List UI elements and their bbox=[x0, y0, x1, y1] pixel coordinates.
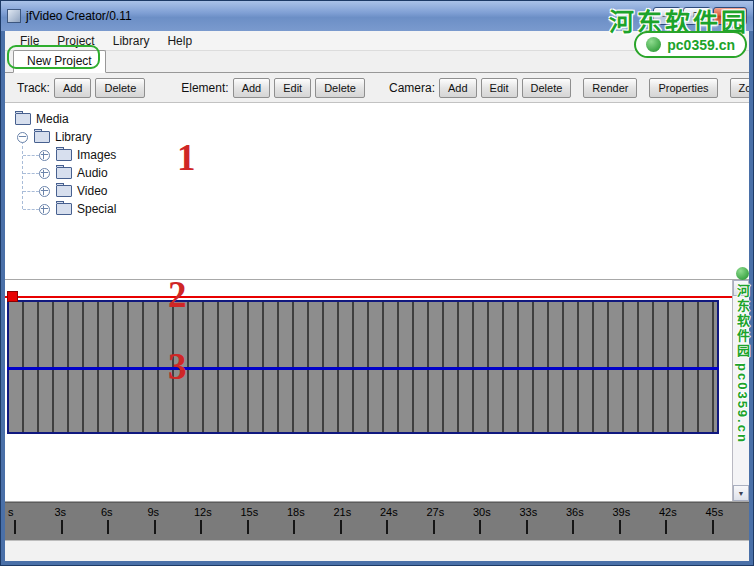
ruler-label: 9s bbox=[148, 506, 160, 518]
ruler-label: 6s bbox=[101, 506, 113, 518]
watermark-side-site: pc0359.cn bbox=[735, 363, 750, 444]
tree-node-special[interactable]: Special bbox=[5, 200, 749, 218]
camera-track-line bbox=[5, 296, 732, 298]
app-window: jfVideo Creator/0.11 — ❐ ✕ File Project … bbox=[0, 0, 754, 566]
annotation-1: 1 bbox=[177, 139, 196, 176]
ruler-mark: 18s bbox=[284, 503, 331, 540]
folder-icon bbox=[56, 185, 72, 197]
tree-node-label: Special bbox=[77, 202, 116, 216]
ruler-tick bbox=[247, 520, 249, 534]
ruler-label: s bbox=[8, 506, 14, 518]
ruler-tick bbox=[479, 520, 481, 534]
tree-node-label: Library bbox=[55, 130, 92, 144]
ruler-label: 42s bbox=[659, 506, 677, 518]
ruler-tick bbox=[572, 520, 574, 534]
app-icon bbox=[7, 9, 21, 23]
menu-item-help[interactable]: Help bbox=[158, 32, 201, 50]
expand-toggle-icon[interactable] bbox=[17, 132, 28, 143]
element-delete-button[interactable]: Delete bbox=[315, 78, 365, 98]
ruler-tick bbox=[340, 520, 342, 534]
ruler-tick bbox=[619, 520, 621, 534]
ruler-mark: 3s bbox=[52, 503, 99, 540]
ruler-mark: 15s bbox=[238, 503, 285, 540]
scroll-down-icon: ▼ bbox=[738, 490, 745, 497]
ruler-label: 30s bbox=[473, 506, 491, 518]
folder-icon bbox=[56, 149, 72, 161]
collapse-toggle-icon[interactable] bbox=[39, 150, 50, 161]
timeline-canvas[interactable]: 2 3 bbox=[5, 280, 732, 501]
watermark-logo-icon bbox=[736, 267, 749, 280]
tree-node-images[interactable]: Images bbox=[5, 146, 749, 164]
tree-node-video[interactable]: Video bbox=[5, 182, 749, 200]
horizontal-scrollbar[interactable] bbox=[5, 540, 749, 561]
ruler-label: 15s bbox=[241, 506, 259, 518]
menu-item-library[interactable]: Library bbox=[104, 32, 159, 50]
properties-button[interactable]: Properties bbox=[649, 78, 717, 98]
client-area: File Project Library Help New Project Tr… bbox=[5, 31, 749, 561]
ruler-mark: 6s bbox=[98, 503, 145, 540]
track-delete-button[interactable]: Delete bbox=[95, 78, 145, 98]
watermark-logo-icon bbox=[646, 37, 661, 52]
element-track-line bbox=[7, 367, 719, 370]
tree-node-library[interactable]: Library bbox=[5, 128, 749, 146]
ruler-mark: 36s bbox=[563, 503, 610, 540]
ruler-label: 33s bbox=[520, 506, 538, 518]
ruler-mark: 33s bbox=[517, 503, 564, 540]
ruler-mark: 9s bbox=[145, 503, 192, 540]
zoom-out-button[interactable]: Zoom- bbox=[730, 78, 749, 98]
ruler-tick bbox=[154, 520, 156, 534]
ruler-tick bbox=[14, 520, 16, 534]
time-ruler: s 3s 6s 9s 12s 15s 18s 21s 24s 27s 30s 3… bbox=[5, 502, 749, 540]
element-label: Element: bbox=[181, 81, 228, 95]
ruler-mark: 42s bbox=[656, 503, 703, 540]
window-title: jfVideo Creator/0.11 bbox=[26, 9, 132, 23]
ruler-label: 21s bbox=[334, 506, 352, 518]
ruler-label: 36s bbox=[566, 506, 584, 518]
scroll-down-button[interactable]: ▼ bbox=[733, 485, 749, 501]
ruler-tick bbox=[526, 520, 528, 534]
annotation-2: 2 bbox=[168, 276, 187, 313]
element-edit-button[interactable]: Edit bbox=[274, 78, 311, 98]
tree-connector-stub bbox=[23, 209, 39, 210]
ruler-mark: 39s bbox=[610, 503, 657, 540]
ruler-label: 3s bbox=[55, 506, 67, 518]
render-button[interactable]: Render bbox=[583, 78, 637, 98]
ruler-mark: s bbox=[5, 503, 52, 540]
ruler-tick bbox=[61, 520, 63, 534]
ruler-label: 45s bbox=[706, 506, 724, 518]
ruler-label: 27s bbox=[427, 506, 445, 518]
ruler-tick bbox=[712, 520, 714, 534]
watermark-side: 河东软件园 pc0359.cn bbox=[733, 267, 752, 444]
ruler-mark: 21s bbox=[331, 503, 378, 540]
ruler-mark: 45s bbox=[703, 503, 750, 540]
collapse-toggle-icon[interactable] bbox=[39, 186, 50, 197]
ruler-tick bbox=[107, 520, 109, 534]
tree-node-label: Audio bbox=[77, 166, 108, 180]
tree-node-label: Media bbox=[36, 112, 69, 126]
collapse-toggle-icon[interactable] bbox=[39, 168, 50, 179]
tree-node-audio[interactable]: Audio bbox=[5, 164, 749, 182]
ruler-label: 12s bbox=[194, 506, 212, 518]
folder-icon bbox=[56, 203, 72, 215]
ruler-tick bbox=[200, 520, 202, 534]
element-add-button[interactable]: Add bbox=[233, 78, 271, 98]
playhead-marker[interactable] bbox=[7, 291, 18, 302]
collapse-toggle-icon[interactable] bbox=[39, 204, 50, 215]
tree-connector-stub bbox=[23, 155, 39, 156]
folder-icon bbox=[56, 167, 72, 179]
watermark-stamp-outline bbox=[7, 45, 100, 69]
tree-connector-stub bbox=[23, 173, 39, 174]
watermark-side-brand: 河东软件园 bbox=[733, 284, 752, 359]
toolbar: Track: Add Delete Element: Add Edit Dele… bbox=[5, 73, 749, 103]
track-add-button[interactable]: Add bbox=[54, 78, 92, 98]
ruler-label: 39s bbox=[613, 506, 631, 518]
ruler-label: 24s bbox=[380, 506, 398, 518]
ruler-mark: 30s bbox=[470, 503, 517, 540]
ruler-mark: 27s bbox=[424, 503, 471, 540]
tree-node-media[interactable]: Media bbox=[5, 110, 749, 128]
watermark-site-badge: pc0359.cn bbox=[634, 31, 747, 58]
camera-delete-button[interactable]: Delete bbox=[522, 78, 572, 98]
camera-add-button[interactable]: Add bbox=[439, 78, 477, 98]
tree-connector-stub bbox=[23, 191, 39, 192]
camera-edit-button[interactable]: Edit bbox=[481, 78, 518, 98]
